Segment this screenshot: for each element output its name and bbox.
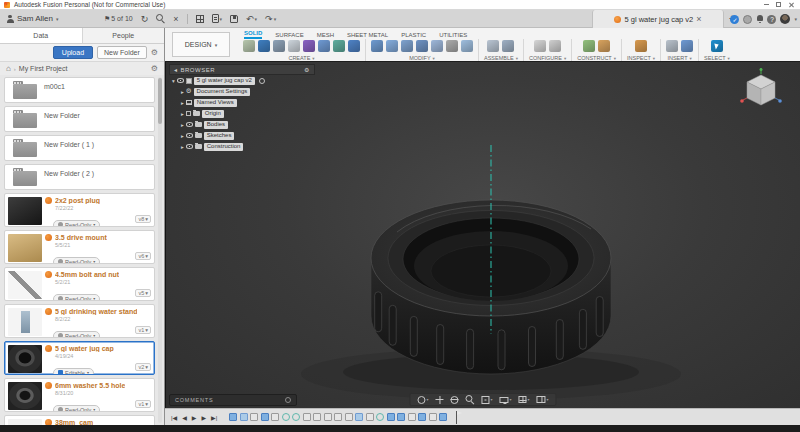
home-icon[interactable] <box>6 64 11 73</box>
expand-caret-icon[interactable] <box>181 133 184 139</box>
pattern-icon[interactable] <box>318 40 330 52</box>
access-dropdown[interactable]: Read-Only <box>53 331 100 339</box>
doc-feature-icon[interactable] <box>408 413 416 421</box>
expand-caret-icon[interactable] <box>181 111 184 117</box>
mod-feature-icon[interactable] <box>355 413 363 421</box>
undo-button[interactable] <box>246 14 257 24</box>
document-tab[interactable]: 5 gl water jug cap v2 <box>592 10 724 28</box>
expand-caret-icon[interactable] <box>181 122 184 128</box>
canvas-icon[interactable] <box>681 40 693 52</box>
thicken-icon[interactable] <box>348 40 360 52</box>
user-menu[interactable]: Sam Allen <box>0 14 104 23</box>
radial-menu-icon[interactable] <box>259 78 265 84</box>
version-dropdown[interactable]: v2 <box>135 363 151 371</box>
folder-item[interactable]: New Folder ( 1 ) <box>4 135 155 161</box>
access-dropdown[interactable]: Editable <box>53 368 94 376</box>
expand-caret-icon[interactable] <box>181 100 184 106</box>
visibility-eye-icon[interactable] <box>186 122 193 127</box>
insert-derive-icon[interactable] <box>666 40 678 52</box>
visibility-eye-icon[interactable] <box>186 144 193 149</box>
design-item[interactable]: 4.5mm bolt and nut5/2/21Read-Onlyv5 <box>4 267 155 301</box>
step-back-icon[interactable] <box>182 414 187 421</box>
doc-feature-icon[interactable] <box>366 413 374 421</box>
solid-feature-icon[interactable] <box>397 413 405 421</box>
browser-node-bodies[interactable]: Bodies <box>169 119 315 130</box>
doc-feature-icon[interactable] <box>324 413 332 421</box>
ribbon-group-label[interactable]: ASSEMBLE <box>484 55 518 61</box>
expand-caret-icon[interactable] <box>181 144 184 150</box>
step-forward-icon[interactable] <box>201 414 206 421</box>
version-dropdown[interactable]: v1 <box>135 400 151 408</box>
ribbon-group-label[interactable]: CONSTRUCT <box>577 55 616 61</box>
collapse-icon[interactable] <box>174 66 178 73</box>
ribbon-tab-sheet-metal[interactable]: SHEET METAL <box>347 32 388 39</box>
viewports-icon[interactable] <box>537 396 549 403</box>
view-cube[interactable] <box>738 68 784 114</box>
doc-feature-icon[interactable] <box>250 413 258 421</box>
status-circle-icon[interactable] <box>743 15 752 24</box>
ribbon-group-label[interactable]: SELECT <box>704 55 730 61</box>
browser-node-construction[interactable]: Construction <box>169 141 315 152</box>
ribbon-tab-utilities[interactable]: UTILITIES <box>439 32 467 39</box>
design-item[interactable]: 3.5 drive mount5/5/21Read-Onlyv6 <box>4 230 155 264</box>
shell-icon[interactable] <box>401 40 413 52</box>
project-name[interactable]: My First Project <box>19 65 68 72</box>
sweep-icon[interactable] <box>333 40 345 52</box>
close-tab-icon[interactable] <box>696 14 701 24</box>
select-icon[interactable] <box>711 40 723 52</box>
notifications-bell-icon[interactable] <box>756 15 763 23</box>
combine-icon[interactable] <box>416 40 428 52</box>
constrained-orbit-icon[interactable] <box>450 396 458 404</box>
search-icon[interactable] <box>156 14 165 23</box>
fillet-icon[interactable] <box>386 40 398 52</box>
file-menu[interactable] <box>212 14 223 23</box>
grid-settings-icon[interactable] <box>519 396 530 403</box>
version-dropdown[interactable]: v5 <box>135 289 151 297</box>
viewport-canvas[interactable]: BROWSER 5 gl water jug cap v2 Document S… <box>165 62 800 408</box>
solid-feature-icon[interactable] <box>261 413 269 421</box>
patch-icon[interactable] <box>288 40 300 52</box>
redo-button[interactable] <box>265 14 276 24</box>
version-dropdown[interactable]: v8 <box>135 215 151 223</box>
create-form-icon[interactable] <box>258 40 270 52</box>
primitive-icon[interactable] <box>273 40 285 52</box>
job-status-button[interactable]: 5 of 10 <box>104 14 133 23</box>
solid-feature-icon[interactable] <box>418 413 426 421</box>
new-folder-button[interactable]: New Folder <box>97 46 147 59</box>
browser-root-label[interactable]: 5 gl water jug cap v2 <box>194 77 255 85</box>
visibility-box-icon[interactable] <box>186 111 191 116</box>
solid-feature-icon[interactable] <box>229 413 237 421</box>
orbit-icon[interactable] <box>417 396 428 404</box>
ribbon-group-label[interactable]: CREATE <box>288 55 314 61</box>
ribbon-tab-plastic[interactable]: PLASTIC <box>401 32 426 39</box>
expand-caret-icon[interactable] <box>181 89 184 95</box>
design-item[interactable]: 38mm_cam <box>4 415 155 425</box>
doc-feature-icon[interactable] <box>271 413 279 421</box>
design-item[interactable]: 5 gl drinking water stand8/2/22Read-Only… <box>4 304 155 338</box>
user-avatar[interactable] <box>780 14 790 24</box>
press-pull-icon[interactable] <box>371 40 383 52</box>
browser-node-origin[interactable]: Origin <box>169 108 315 119</box>
project-settings-gear-icon[interactable] <box>151 65 158 73</box>
close-window-icon[interactable] <box>788 2 794 8</box>
browser-node-sketches[interactable]: Sketches <box>169 130 315 141</box>
mod-feature-icon[interactable] <box>240 413 248 421</box>
gear-icon[interactable] <box>304 66 310 73</box>
solid-feature-icon[interactable] <box>387 413 395 421</box>
folder-item[interactable]: New Folder <box>4 106 155 132</box>
refresh-icon[interactable] <box>141 14 149 24</box>
create-sketch-icon[interactable] <box>243 40 255 52</box>
doc-feature-icon[interactable] <box>429 413 437 421</box>
design-item[interactable]: 6mm washer 5.5 hole8/31/20Read-Onlyv1 <box>4 378 155 412</box>
split-body-icon[interactable] <box>461 40 473 52</box>
play-icon[interactable] <box>192 414 197 421</box>
minimize-icon[interactable] <box>764 4 769 5</box>
sketch-feature-icon[interactable] <box>282 413 290 421</box>
data-panel-toggle-icon[interactable] <box>196 15 204 23</box>
folder-item[interactable]: m00c1 <box>4 77 155 103</box>
version-dropdown[interactable]: v1 <box>135 326 151 334</box>
browser-header[interactable]: BROWSER <box>169 64 315 75</box>
ribbon-group-label[interactable]: MODIFY <box>409 55 435 61</box>
solid-feature-icon[interactable] <box>439 413 447 421</box>
upload-button[interactable]: Upload <box>53 46 93 59</box>
